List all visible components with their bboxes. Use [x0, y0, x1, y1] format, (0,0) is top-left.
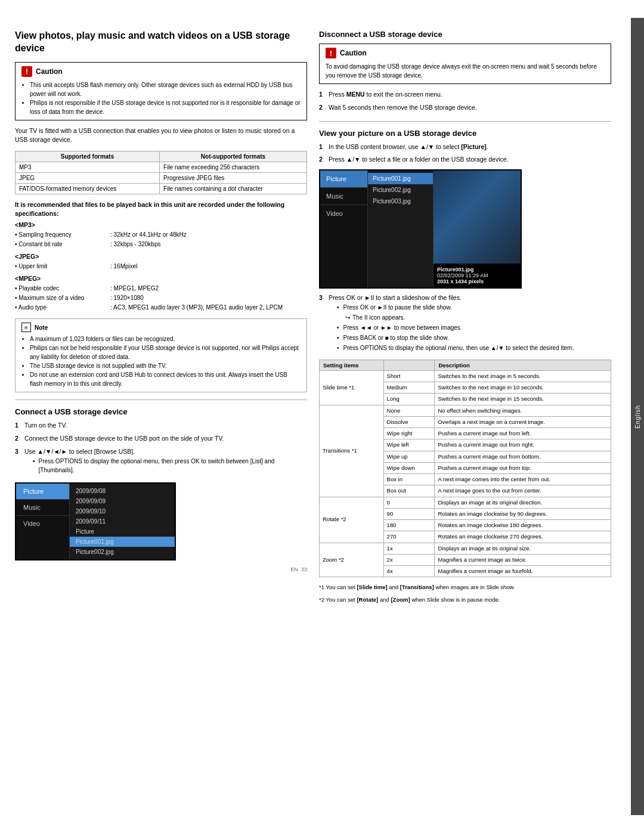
view-step-num-2: 2 [319, 155, 326, 165]
rotate-0-setting: 0 [383, 497, 435, 508]
step-text-3: Use ▲/▼/◄/► to select [Browse USB]. [24, 448, 135, 455]
step-text-1: Turn on the TV. [24, 421, 307, 431]
view-step-num-3: 3 [319, 293, 326, 354]
pb-sidebar-music[interactable]: Music [320, 187, 367, 205]
zoom-4x-desc: Magnifies a current image as fourfold. [435, 566, 611, 577]
format-row-2-col-1: JPEG [16, 173, 160, 184]
spec-jpeg-heading: <JPEG> [15, 253, 307, 260]
file-item-3[interactable]: 2009/09/10 [70, 506, 175, 516]
format-row-2-col-2: Progressive JPEG files [160, 173, 307, 184]
trans-wipeup-desc: Pushes a current image out from bottom. [435, 451, 611, 462]
bullet-4 [337, 333, 341, 342]
formats-header-2: Not-supported formats [160, 151, 307, 162]
zoom-1x: Zoom *2 1x Displays an image at its orig… [320, 543, 611, 554]
settings-table: Setting items Description Slide time *1 … [319, 360, 611, 578]
settings-header-2 [383, 360, 435, 370]
connect-step-3: 3 Use ▲/▼/◄/► to select [Browse USB]. • … [15, 447, 307, 476]
spec-mp3-label-1: • Sampling frequency [15, 230, 110, 240]
picture-browser: Picture Music Video Picture001.jpg [319, 169, 522, 289]
rotate-90-desc: Rotates an image clockwise by 90 degrees… [435, 508, 611, 519]
view-step-3: 3 Press OK or ►II to start a slideshow o… [319, 293, 611, 354]
pb-sidebar: Picture Music Video [320, 171, 368, 287]
note-item-2: Philips can not be held responsible if y… [30, 343, 301, 361]
transitions-none: Transitions *1 None No effect when switc… [320, 405, 611, 416]
caution-box-left: ! Caution This unit accepts USB flash me… [15, 62, 307, 120]
caution-item-1: This unit accepts USB flash memory only.… [30, 80, 301, 98]
browser-sidebar: Picture Music Video [16, 484, 70, 559]
pb-sidebar-picture[interactable]: Picture [320, 171, 367, 187]
view-step-2: 2 Press ▲/▼ to select a file or a folder… [319, 155, 611, 165]
spec-jpeg-row-1: • Upper limit : 16Mpixel [15, 262, 307, 271]
pb-file-1[interactable]: Picture001.jpg [368, 173, 433, 184]
step-num-2: 2 [15, 434, 22, 444]
view-step-3-text: Press OK or ►II to start a slideshow of … [329, 294, 462, 301]
sidebar-label: English [634, 405, 641, 429]
sidebar-item-video[interactable]: Video [16, 515, 69, 531]
file-item-2[interactable]: 2009/09/09 [70, 496, 175, 506]
subbullet-5: Press OPTIONS to display the optional me… [337, 343, 611, 352]
spec-mpeg-value-2: : 1920×1080 [110, 293, 307, 303]
footnote-1: *1 You can set [Slide time] and [Transit… [319, 583, 611, 592]
rotate-group: Rotate *2 [320, 497, 384, 543]
spec-jpeg: <JPEG> • Upper limit : 16Mpixel [15, 253, 307, 271]
trans-wipedown-setting: Wipe down [383, 462, 435, 473]
rotate-180-desc: Rotates an image clockwise 180 degrees. [435, 520, 611, 531]
trans-wiperight-setting: Wipe right [383, 428, 435, 439]
file-item-6[interactable]: Picture001.jpg [70, 537, 175, 547]
view-step-3-content: Press OK or ►II to start a slideshow of … [329, 293, 611, 354]
subbullet-text-3: Press ◄◄ or ►► to move between images. [343, 323, 462, 332]
browser-mockup-left: Picture Music Video 2009/09/08 [15, 482, 176, 561]
slide-time-short: Slide time *1 Short Switches to the next… [320, 370, 611, 382]
note-label: Note [35, 324, 48, 331]
pb-filename: Picture001.jpg [437, 267, 517, 272]
caution-icon-right: ! [326, 48, 336, 58]
pb-sidebar-video[interactable]: Video [320, 205, 367, 222]
pb-preview: Picture001.jpg 02/02/2009 11:29 AM 2031 … [434, 171, 521, 287]
page-number-left: EN 33 [15, 566, 307, 572]
format-row-1-col-1: MP3 [16, 162, 160, 173]
spec-mp3-value-2: : 32kbps - 320kbps [110, 240, 307, 249]
sidebar-item-music[interactable]: Music [16, 499, 69, 515]
sidebar-item-picture[interactable]: Picture [16, 484, 69, 499]
browser-inner: Picture Music Video 2009/09/08 [16, 484, 175, 559]
sidebar-label-picture: Picture [23, 488, 44, 495]
note-header-left: ≡ Note [21, 323, 301, 332]
caution-label-left: Caution [36, 67, 63, 76]
bold-note: It is recommended that files to be playe… [15, 200, 307, 218]
step-3-content: Use ▲/▼/◄/► to select [Browse USB]. • Pr… [24, 447, 307, 476]
connect-section: Connect a USB storage device 1 Turn on t… [15, 407, 307, 476]
transitions-group: Transitions *1 [320, 405, 384, 497]
bullet-1 [337, 303, 341, 312]
file-item-1[interactable]: 2009/09/08 [70, 486, 175, 496]
spec-mpeg-row-1: • Playable codec : MPEG1, MPEG2 [15, 284, 307, 293]
caution-header-right: ! Caution [326, 48, 605, 58]
spec-jpeg-label-1: • Upper limit [15, 262, 110, 271]
note-item-4: Do not use an extension cord and USB Hub… [30, 370, 301, 388]
view-step-text-2: Press ▲/▼ to select a file or a folder o… [329, 155, 611, 165]
pb-file-3[interactable]: Picture003.jpg [368, 196, 433, 207]
subbullet-text-1: Press OK or ►II to pause the slide show. [343, 303, 452, 312]
trans-wipeleft-setting: Wipe left [383, 439, 435, 451]
file-item-7[interactable]: Picture002.jpg [70, 547, 175, 557]
dis-step-text-2: Wait 5 seconds then remove the USB stora… [329, 103, 611, 113]
file-item-4[interactable]: 2009/09/11 [70, 516, 175, 527]
subbullet-1: Press OK or ►II to pause the slide show. [337, 303, 611, 312]
spec-mpeg-label-2: • Maximum size of a video [15, 293, 110, 303]
zoom-1x-desc: Displays an image at its original size. [435, 543, 611, 554]
format-row-3-col-2: File names containing a dot character [160, 184, 307, 194]
spec-mp3-row-1: • Sampling frequency : 32kHz or 44.1kHz … [15, 230, 307, 240]
pb-file-2[interactable]: Picture002.jpg [368, 184, 433, 196]
caution-list-left: This unit accepts USB flash memory only.… [21, 80, 301, 116]
note-icon: ≡ [21, 323, 31, 332]
spec-mpeg-label-1: • Playable codec [15, 284, 110, 293]
zoom-4x-setting: 4x [383, 566, 435, 577]
spec-mp3: <MP3> • Sampling frequency : 32kHz or 44… [15, 221, 307, 249]
main-title: View photos, play music and watch videos… [15, 30, 307, 55]
note-item-3: The USB storage device is not supplied w… [30, 361, 301, 370]
caution-icon-left: ! [21, 66, 32, 77]
slide-medium-desc: Switches to the next image in 10 seconds… [435, 382, 611, 394]
file-item-5[interactable]: Picture [70, 527, 175, 537]
sidebar-label-music: Music [23, 504, 41, 511]
caution-item-2: Philips is not responsible if the USB st… [30, 98, 301, 116]
step3-subbullets: Press OK or ►II to pause the slide show.… [337, 303, 611, 352]
